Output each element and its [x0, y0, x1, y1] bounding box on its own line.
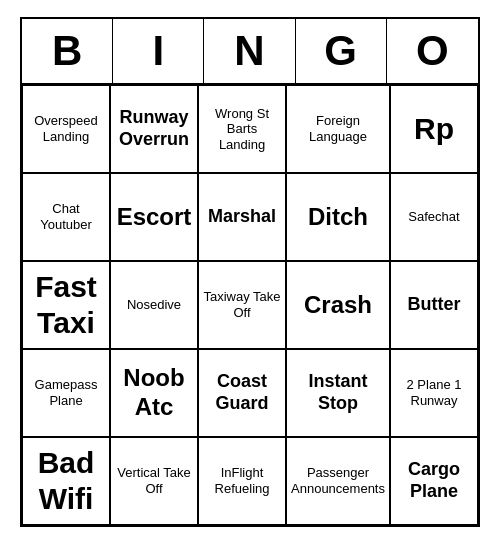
bingo-cell-4: Rp: [390, 85, 478, 173]
bingo-cell-1: Runway Overrun: [110, 85, 198, 173]
bingo-cell-24: Cargo Plane: [390, 437, 478, 525]
cell-text-7: Marshal: [208, 206, 276, 228]
bingo-letter-o: O: [387, 19, 478, 83]
bingo-cell-5: Chat Youtuber: [22, 173, 110, 261]
cell-text-17: Coast Guard: [203, 371, 281, 414]
cell-text-0: Overspeed Landing: [27, 113, 105, 144]
bingo-cell-3: Foreign Language: [286, 85, 390, 173]
cell-text-18: Instant Stop: [291, 371, 385, 414]
cell-text-5: Chat Youtuber: [27, 201, 105, 232]
bingo-cell-8: Ditch: [286, 173, 390, 261]
bingo-cell-9: Safechat: [390, 173, 478, 261]
bingo-cell-22: InFlight Refueling: [198, 437, 286, 525]
bingo-cell-14: Butter: [390, 261, 478, 349]
cell-text-8: Ditch: [308, 203, 368, 232]
cell-text-20: Bad Wifi: [27, 445, 105, 517]
cell-text-9: Safechat: [408, 209, 459, 225]
bingo-cell-10: Fast Taxi: [22, 261, 110, 349]
cell-text-21: Vertical Take Off: [115, 465, 193, 496]
bingo-cell-23: Passenger Announcements: [286, 437, 390, 525]
bingo-letter-g: G: [296, 19, 387, 83]
cell-text-23: Passenger Announcements: [291, 465, 385, 496]
cell-text-14: Butter: [407, 294, 460, 316]
bingo-header: BINGO: [22, 19, 478, 85]
bingo-cell-13: Crash: [286, 261, 390, 349]
cell-text-4: Rp: [414, 111, 454, 147]
cell-text-12: Taxiway Take Off: [203, 289, 281, 320]
cell-text-24: Cargo Plane: [395, 459, 473, 502]
cell-text-10: Fast Taxi: [27, 269, 105, 341]
cell-text-3: Foreign Language: [291, 113, 385, 144]
cell-text-6: Escort: [117, 203, 192, 232]
cell-text-16: Noob Atc: [115, 364, 193, 422]
cell-text-11: Nosedive: [127, 297, 181, 313]
bingo-cell-12: Taxiway Take Off: [198, 261, 286, 349]
bingo-grid: Overspeed LandingRunway OverrunWrong St …: [22, 85, 478, 525]
bingo-cell-20: Bad Wifi: [22, 437, 110, 525]
cell-text-13: Crash: [304, 291, 372, 320]
cell-text-1: Runway Overrun: [115, 107, 193, 150]
bingo-letter-b: B: [22, 19, 113, 83]
bingo-cell-17: Coast Guard: [198, 349, 286, 437]
bingo-cell-15: Gamepass Plane: [22, 349, 110, 437]
bingo-card: BINGO Overspeed LandingRunway OverrunWro…: [20, 17, 480, 527]
cell-text-19: 2 Plane 1 Runway: [395, 377, 473, 408]
bingo-cell-11: Nosedive: [110, 261, 198, 349]
bingo-letter-i: I: [113, 19, 204, 83]
bingo-cell-21: Vertical Take Off: [110, 437, 198, 525]
bingo-cell-2: Wrong St Barts Landing: [198, 85, 286, 173]
bingo-cell-7: Marshal: [198, 173, 286, 261]
cell-text-2: Wrong St Barts Landing: [203, 106, 281, 153]
bingo-cell-6: Escort: [110, 173, 198, 261]
cell-text-15: Gamepass Plane: [27, 377, 105, 408]
bingo-cell-19: 2 Plane 1 Runway: [390, 349, 478, 437]
bingo-cell-0: Overspeed Landing: [22, 85, 110, 173]
cell-text-22: InFlight Refueling: [203, 465, 281, 496]
bingo-cell-18: Instant Stop: [286, 349, 390, 437]
bingo-cell-16: Noob Atc: [110, 349, 198, 437]
bingo-letter-n: N: [204, 19, 295, 83]
